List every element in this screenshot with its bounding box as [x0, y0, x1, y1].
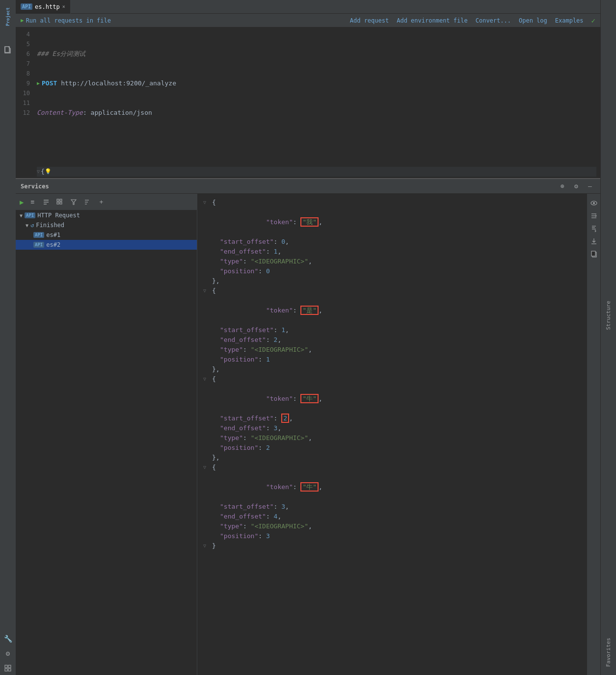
response-line: ▽ }	[197, 541, 587, 551]
response-line: "token": "牛",	[197, 472, 587, 502]
play-icon: ▶	[21, 17, 24, 24]
collapse-arrow: ▼	[20, 213, 23, 218]
finished-item[interactable]: ▼ ↺ Finished	[16, 220, 197, 230]
svg-rect-8	[57, 199, 59, 201]
response-line: "start_offset": 3,	[197, 502, 587, 512]
download-icon[interactable]	[589, 236, 599, 247]
run-all-button[interactable]: ▶ Run all requests in file	[21, 17, 111, 24]
settings-service-icon[interactable]: ⚙	[571, 181, 582, 192]
services-left-panel: ▶ ≡ +	[16, 194, 197, 675]
response-right-icons	[587, 194, 600, 675]
code-line-7	[37, 137, 596, 147]
copy-icon[interactable]	[589, 249, 599, 260]
code-line-6: Content-Type: application/json	[37, 108, 596, 118]
run-all-label: Run all requests in file	[26, 17, 111, 24]
response-line: "type": "<IDEOGRAPHIC>",	[197, 521, 587, 531]
svg-rect-1	[5, 665, 7, 668]
tab-label: es.http	[35, 3, 60, 10]
gear-sidebar-icon[interactable]: ⚙	[1, 647, 15, 660]
response-line: },	[197, 364, 587, 374]
response-line: ▽ {	[197, 374, 587, 384]
file-icon[interactable]	[1, 43, 15, 57]
response-line: "type": "<IDEOGRAPHIC>",	[197, 257, 587, 266]
add-service-icon[interactable]: ⊕	[557, 181, 568, 192]
add-request-link[interactable]: Add request	[350, 17, 389, 24]
tab-es-http[interactable]: API es.http ×	[16, 0, 71, 14]
response-line: "position": 0	[197, 266, 587, 276]
svg-marker-12	[71, 200, 76, 205]
add-tree-icon[interactable]: +	[96, 197, 106, 207]
response-line: "start_offset": 0,	[197, 237, 587, 247]
svg-rect-3	[5, 669, 7, 671]
project-icon[interactable]: Project	[4, 2, 11, 31]
services-header-icons: ⊕ ⚙ —	[557, 181, 595, 192]
sort-resp-icon[interactable]	[589, 223, 599, 234]
refresh-icon: ↺	[30, 222, 34, 229]
right-sidebar: Structure Favorites	[600, 0, 616, 675]
left-sidebar: Project 🔧 ⚙	[0, 0, 16, 675]
code-content[interactable]: ### Es分词测试 ▶ POST http://localhost:9200/…	[33, 27, 600, 178]
response-line: "type": "<IDEOGRAPHIC>",	[197, 433, 587, 443]
check-icon: ✓	[591, 17, 595, 25]
svg-rect-11	[60, 202, 62, 204]
examples-link[interactable]: Examples	[555, 17, 584, 24]
svg-rect-4	[8, 669, 11, 671]
es2-item[interactable]: API es#2	[16, 240, 197, 250]
align-top-icon[interactable]: ≡	[27, 197, 37, 207]
eye-icon[interactable]	[589, 198, 599, 208]
align-icon[interactable]	[41, 197, 51, 207]
response-line: "start_offset": 2,	[197, 414, 587, 423]
response-line: "token": "是",	[197, 296, 587, 325]
http-request-item[interactable]: ▼ API HTTP Request	[16, 210, 197, 220]
services-content: ▶ ≡ +	[16, 194, 600, 675]
response-line: "end_offset": 3,	[197, 423, 587, 433]
es1-api-badge: API	[33, 232, 44, 238]
favorites-label[interactable]: Favorites	[605, 634, 612, 671]
response-line: "end_offset": 1,	[197, 247, 587, 257]
structure-label[interactable]: Structure	[605, 297, 612, 334]
editor-toolbar: ▶ Run all requests in file Add request A…	[16, 14, 600, 27]
add-env-link[interactable]: Add environment file	[397, 17, 468, 24]
editor-area: ▶ Run all requests in file Add request A…	[16, 14, 600, 178]
services-toolbar: ▶ ≡ +	[16, 194, 197, 210]
tab-api-icon: API	[21, 3, 32, 10]
response-line: "token": "牛",	[197, 384, 587, 414]
svg-rect-10	[57, 202, 59, 204]
svg-rect-27	[591, 251, 595, 256]
services-title: Services	[21, 183, 557, 190]
svg-point-17	[593, 202, 595, 204]
run-btn[interactable]: ▶	[20, 198, 24, 206]
line-numbers: 4 5 6 7 8 9 10 11 12	[16, 27, 33, 178]
es2-label: es#2	[46, 241, 60, 248]
finished-label: Finished	[36, 222, 64, 229]
es1-item[interactable]: API es#1	[16, 230, 197, 240]
svg-rect-0	[5, 47, 9, 52]
wrench-icon[interactable]: 🔧	[1, 632, 15, 646]
filter-icon[interactable]	[69, 197, 79, 207]
wrap-icon[interactable]	[589, 210, 599, 221]
response-line: "position": 2	[197, 443, 587, 453]
es2-api-badge: API	[33, 242, 44, 248]
fold-icon-2[interactable]: ▽	[197, 286, 212, 296]
response-line: ▽ {	[197, 198, 587, 208]
es1-label: es#1	[46, 232, 60, 238]
open-log-link[interactable]: Open log	[519, 17, 547, 24]
fold-icon-3[interactable]: ▽	[197, 374, 212, 384]
response-line: "end_offset": 4,	[197, 512, 587, 521]
response-line: },	[197, 276, 587, 286]
tab-close-button[interactable]: ×	[62, 4, 65, 9]
convert-link[interactable]: Convert...	[476, 17, 511, 24]
response-line: "position": 3	[197, 531, 587, 541]
grid-icon[interactable]	[55, 197, 65, 207]
layout-icon[interactable]	[1, 661, 15, 675]
svg-rect-9	[60, 199, 62, 201]
sort-icon[interactable]	[82, 197, 92, 207]
code-editor[interactable]: 4 5 6 7 8 9 10 11 12 ### Es分词测试 ▶ POST h…	[16, 27, 600, 178]
fold-icon-1[interactable]: ▽	[197, 198, 212, 208]
response-panel[interactable]: ▽ { "token": "我", "start_offset": 0, "en…	[197, 194, 587, 675]
fold-icon-4[interactable]: ▽	[197, 463, 212, 472]
fold-icon-end[interactable]: ▽	[197, 541, 212, 551]
services-panel: Services ⊕ ⚙ — ▶ ≡	[16, 178, 600, 675]
finished-arrow: ▼	[26, 223, 28, 228]
minimize-service-icon[interactable]: —	[585, 181, 595, 192]
